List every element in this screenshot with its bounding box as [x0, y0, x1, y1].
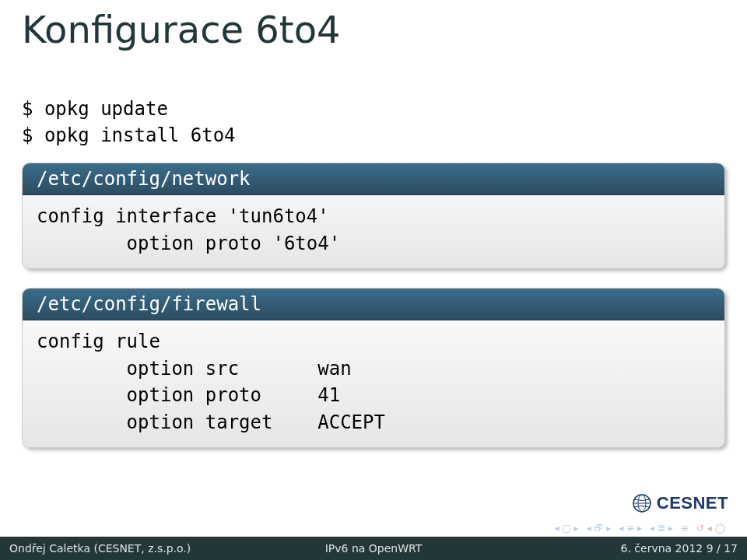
command-block: $ opkg update $ opkg install 6to4: [22, 96, 725, 149]
cmd-line-2: $ opkg install 6to4: [22, 123, 725, 149]
nav-prev-icon[interactable]: ◂ 🗗 ▸: [587, 523, 612, 534]
code-box-firewall: /etc/config/firewall config rule option …: [22, 288, 725, 448]
code-box-body: config rule option src wan option proto …: [23, 320, 724, 447]
nav-fullscreen-icon[interactable]: ≡: [681, 523, 689, 534]
cmd-line-1: $ opkg update: [22, 96, 725, 123]
nav-undo-icon[interactable]: ↺ ◂ ◯: [696, 523, 725, 534]
code-box-body: config interface 'tun6to4' option proto …: [23, 195, 724, 268]
code-box-network: /etc/config/network config interface 'tu…: [22, 163, 725, 269]
cesnet-logo: CESNET: [632, 493, 728, 513]
nav-first-icon[interactable]: ◂ □ ▸: [555, 523, 579, 534]
footer-title: IPv6 na OpenWRT: [252, 542, 495, 555]
beamer-nav-icons: ◂ □ ▸ ◂ 🗗 ▸ ◂ ≡ ▸ ◂ ≣ ▸ ≡ ↺ ◂ ◯: [555, 523, 725, 534]
content-area: $ opkg update $ opkg install 6to4 /etc/c…: [0, 58, 747, 448]
code-box-header: /etc/config/firewall: [23, 289, 724, 320]
footer-author: Ondřej Caletka (CESNET, z.s.p.o.): [9, 542, 252, 555]
footer-bar: Ondřej Caletka (CESNET, z.s.p.o.) IPv6 n…: [0, 537, 747, 560]
footer-page: 6. června 2012 9 / 17: [495, 542, 738, 555]
slide-title: Konfigurace 6to4: [0, 0, 747, 58]
code-box-header: /etc/config/network: [23, 163, 724, 195]
logo-text: CESNET: [657, 493, 728, 513]
nav-next-icon[interactable]: ◂ ≣ ▸: [650, 523, 673, 534]
globe-icon: [632, 493, 652, 513]
nav-back-icon[interactable]: ◂ ≡ ▸: [619, 523, 642, 534]
